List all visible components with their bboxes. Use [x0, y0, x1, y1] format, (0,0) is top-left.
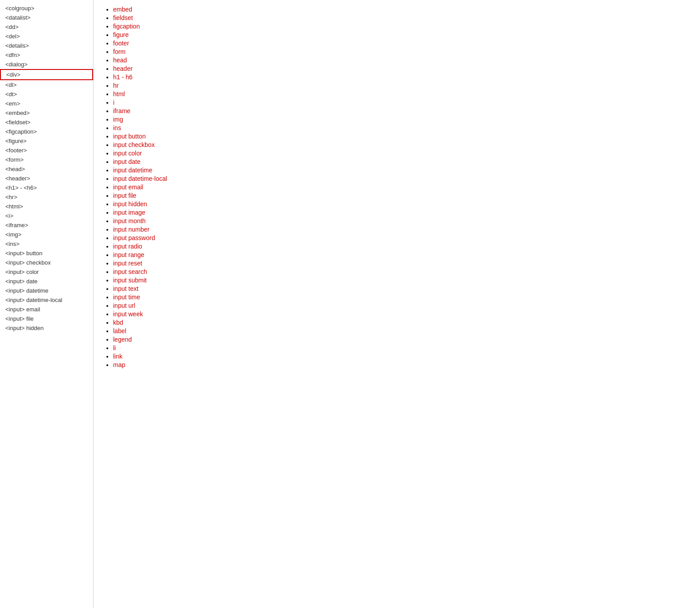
list-item: input image: [113, 209, 691, 216]
list-item: h1 - h6: [113, 73, 691, 81]
sidebar-item[interactable]: <figure>: [0, 136, 93, 146]
main-link[interactable]: footer: [113, 40, 129, 47]
main-link[interactable]: input checkbox: [113, 141, 155, 148]
sidebar-item[interactable]: <header>: [0, 174, 93, 183]
main-link[interactable]: input datetime-local: [113, 175, 167, 182]
sidebar-item[interactable]: <dd>: [0, 22, 93, 32]
sidebar-item[interactable]: <html>: [0, 202, 93, 211]
main-link[interactable]: input submit: [113, 277, 147, 284]
main-link[interactable]: input time: [113, 294, 140, 301]
main-link[interactable]: img: [113, 116, 123, 123]
main-link[interactable]: input hidden: [113, 200, 147, 208]
sidebar-item[interactable]: <embed>: [0, 108, 93, 118]
main-link[interactable]: hr: [113, 82, 118, 89]
main-link[interactable]: kbd: [113, 319, 123, 326]
list-item: input date: [113, 158, 691, 165]
main-link[interactable]: input url: [113, 302, 135, 309]
main-link[interactable]: i: [113, 99, 114, 106]
list-item: input datetime: [113, 167, 691, 174]
sidebar-item[interactable]: <form>: [0, 155, 93, 164]
main-link[interactable]: html: [113, 90, 125, 98]
main-link[interactable]: input week: [113, 310, 143, 318]
sidebar-item[interactable]: <details>: [0, 41, 93, 50]
list-item: label: [113, 327, 691, 335]
list-item: input url: [113, 302, 691, 309]
list-item: figcaption: [113, 23, 691, 30]
sidebar-item[interactable]: <fieldset>: [0, 118, 93, 127]
sidebar-item[interactable]: <dialog>: [0, 60, 93, 69]
list-item: fieldset: [113, 14, 691, 21]
main-link[interactable]: map: [113, 361, 125, 368]
main-link[interactable]: input button: [113, 133, 146, 140]
sidebar-item[interactable]: <div>: [0, 69, 93, 80]
list-item: input password: [113, 234, 691, 241]
list-item: li: [113, 344, 691, 351]
sidebar-item[interactable]: <hr>: [0, 192, 93, 202]
main-link[interactable]: head: [113, 57, 127, 64]
sidebar-item[interactable]: <dl>: [0, 80, 93, 90]
main-link[interactable]: input range: [113, 251, 144, 258]
sidebar-item[interactable]: <footer>: [0, 146, 93, 155]
sidebar-item[interactable]: <iframe>: [0, 220, 93, 230]
main-link[interactable]: ins: [113, 124, 121, 131]
sidebar-item[interactable]: <input> date: [0, 277, 93, 286]
main-link[interactable]: input number: [113, 226, 150, 233]
sidebar-item[interactable]: <input> datetime-local: [0, 295, 93, 305]
sidebar-item[interactable]: <del>: [0, 32, 93, 41]
list-item: input week: [113, 310, 691, 318]
sidebar-item[interactable]: <datalist>: [0, 13, 93, 22]
main-link[interactable]: fieldset: [113, 14, 133, 21]
main-link[interactable]: h1 - h6: [113, 73, 133, 81]
main-link[interactable]: li: [113, 344, 116, 351]
main-link[interactable]: input reset: [113, 260, 142, 267]
sidebar-item[interactable]: <dt>: [0, 90, 93, 99]
main-link[interactable]: input password: [113, 234, 155, 241]
list-item: input button: [113, 133, 691, 140]
main-link[interactable]: embed: [113, 6, 132, 13]
sidebar-item[interactable]: <input> checkbox: [0, 258, 93, 267]
sidebar-item[interactable]: <img>: [0, 230, 93, 239]
main-link[interactable]: input datetime: [113, 167, 152, 174]
sidebar-item[interactable]: <dfn>: [0, 50, 93, 60]
main-link[interactable]: form: [113, 48, 126, 55]
list-item: map: [113, 361, 691, 368]
main-link[interactable]: legend: [113, 336, 132, 343]
sidebar-item[interactable]: <input> email: [0, 305, 93, 314]
sidebar-item[interactable]: <i>: [0, 211, 93, 220]
list-item: input number: [113, 226, 691, 233]
sidebar-item[interactable]: <ins>: [0, 239, 93, 249]
main-link[interactable]: label: [113, 327, 126, 335]
sidebar-item[interactable]: <em>: [0, 99, 93, 108]
sidebar-item[interactable]: <colgroup>: [0, 4, 93, 13]
main-link[interactable]: input month: [113, 217, 146, 224]
sidebar-item[interactable]: <h1> - <h6>: [0, 183, 93, 192]
list-item: html: [113, 90, 691, 98]
main-link[interactable]: header: [113, 65, 133, 72]
sidebar-item[interactable]: <input> hidden: [0, 323, 93, 333]
sidebar-item[interactable]: <input> file: [0, 314, 93, 323]
main-link[interactable]: link: [113, 353, 122, 360]
list-item: input checkbox: [113, 141, 691, 148]
main-link[interactable]: input file: [113, 192, 136, 199]
main-link[interactable]: input text: [113, 285, 138, 292]
sidebar-item[interactable]: <input> color: [0, 267, 93, 277]
list-item: input text: [113, 285, 691, 292]
sidebar-item[interactable]: <head>: [0, 164, 93, 174]
list-item: footer: [113, 40, 691, 47]
main-link[interactable]: input color: [113, 150, 142, 157]
main-link[interactable]: figure: [113, 31, 129, 38]
list-item: link: [113, 353, 691, 360]
main-link[interactable]: input radio: [113, 243, 142, 250]
main-link[interactable]: input email: [113, 184, 143, 191]
list-item: ins: [113, 124, 691, 131]
main-link[interactable]: input image: [113, 209, 145, 216]
main-link[interactable]: figcaption: [113, 23, 140, 30]
sidebar-item[interactable]: <input> datetime: [0, 286, 93, 295]
main-link[interactable]: input date: [113, 158, 141, 165]
main-link[interactable]: iframe: [113, 107, 130, 114]
list-item: input hidden: [113, 200, 691, 208]
sidebar-item[interactable]: <input> button: [0, 249, 93, 258]
list-item: input submit: [113, 277, 691, 284]
main-link[interactable]: input search: [113, 268, 147, 275]
sidebar-item[interactable]: <figcaption>: [0, 127, 93, 136]
